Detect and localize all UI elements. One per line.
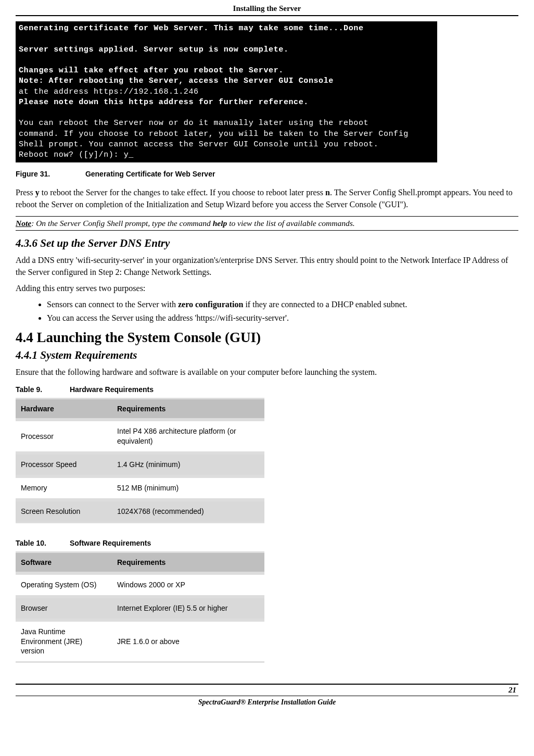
table-title: Software Requirements — [70, 539, 151, 547]
table-header: Requirements — [112, 398, 264, 420]
table-row: Memory 512 MB (minimum) — [16, 476, 264, 500]
terminal-line: Shell prompt. You cannot access the Serv… — [19, 140, 378, 149]
text-bold: help — [213, 219, 227, 228]
text: to view the list of available commands. — [227, 219, 354, 228]
heading-4-3-6: 4.3.6 Set up the Server DNS Entry — [16, 237, 518, 250]
table-label: Table 10. — [16, 539, 68, 547]
terminal-line: Note: After rebooting the Server, access… — [19, 77, 334, 85]
text: Sensors can connect to the Server with — [47, 300, 178, 309]
table-cell: 1.4 GHz (minimum) — [112, 453, 264, 476]
text-bold: y — [35, 188, 40, 197]
figure-caption: Figure 31. Generating Certificate for We… — [16, 170, 518, 178]
table-label: Table 9. — [16, 385, 68, 394]
terminal-line: Please note down this https address for … — [19, 98, 309, 107]
table-cell: JRE 1.6.0 or above — [112, 620, 264, 663]
terminal-line: at the address https://192.168.1.246 — [19, 87, 199, 96]
terminal-screenshot: Generating certificate for Web Server. T… — [16, 21, 437, 162]
terminal-line: Generating certificate for Web Server. T… — [19, 24, 364, 33]
text: Press — [16, 188, 35, 197]
table-row: Operating System (OS) Windows 2000 or XP — [16, 573, 264, 597]
terminal-line: Server settings applied. Server setup is… — [19, 45, 288, 54]
table-cell: Processor — [16, 420, 112, 453]
terminal-line: command. If you choose to reboot later, … — [19, 130, 409, 138]
heading-4-4: 4.4 Launching the System Console (GUI) — [16, 330, 518, 346]
table-header: Software — [16, 551, 112, 573]
note-block: Note: On the Server Config Shell prompt,… — [16, 216, 518, 231]
table-row: Screen Resolution 1024X768 (recommended) — [16, 500, 264, 523]
text: : On the Server Config Shell prompt, typ… — [31, 219, 213, 228]
page-number: 21 — [16, 685, 518, 696]
table-cell: Internet Explorer (IE) 5.5 or higher — [112, 597, 264, 620]
table-cell: Memory — [16, 476, 112, 500]
terminal-line: You can reboot the Server now or do it m… — [19, 119, 368, 128]
table-cell: Intel P4 X86 architecture platform (or e… — [112, 420, 264, 453]
table-cell: 512 MB (minimum) — [112, 476, 264, 500]
table-cell: Windows 2000 or XP — [112, 573, 264, 597]
table-header-row: Hardware Requirements — [16, 398, 264, 420]
table-caption: Table 10. Software Requirements — [16, 539, 518, 547]
table-caption: Table 9. Hardware Requirements — [16, 385, 518, 394]
table-row: Processor Speed 1.4 GHz (minimum) — [16, 453, 264, 476]
table-cell: Java Runtime Environment (JRE) version — [16, 620, 112, 663]
table-cell: Processor Speed — [16, 453, 112, 476]
terminal-line: Changes will take effect after you reboo… — [19, 66, 284, 75]
paragraph: Press y to reboot the Server for the cha… — [16, 186, 518, 210]
table-cell: Screen Resolution — [16, 500, 112, 523]
footer-title: SpectraGuard® Enterprise Installation Gu… — [16, 696, 518, 709]
table-row: Processor Intel P4 X86 architecture plat… — [16, 420, 264, 453]
figure-label: Figure 31. — [16, 170, 83, 178]
text: You can access the Server using the addr… — [47, 313, 289, 322]
table-header: Requirements — [112, 551, 264, 573]
table-title: Hardware Requirements — [70, 385, 154, 394]
table-row: Browser Internet Explorer (IE) 5.5 or hi… — [16, 597, 264, 620]
table-cell: 1024X768 (recommended) — [112, 500, 264, 523]
figure-title: Generating Certificate for Web Server — [85, 170, 215, 178]
table-row: Java Runtime Environment (JRE) version J… — [16, 620, 264, 663]
paragraph: Add a DNS entry 'wifi-security-server' i… — [16, 254, 518, 278]
note-label: Note — [16, 219, 31, 228]
page-header: Installing the Server — [16, 0, 518, 16]
paragraph: Adding this entry serves two purposes: — [16, 282, 518, 294]
table-header: Hardware — [16, 398, 112, 420]
page-footer: 21 SpectraGuard® Enterprise Installation… — [16, 684, 518, 709]
terminal-line: Reboot now? ([y]/n): y_ — [19, 150, 134, 159]
software-requirements-table: Software Requirements Operating System (… — [16, 551, 264, 663]
paragraph: Ensure that the following hardware and s… — [16, 366, 518, 378]
table-cell: Browser — [16, 597, 112, 620]
list-item: Sensors can connect to the Server with z… — [47, 298, 518, 311]
text-bold: n — [325, 188, 330, 197]
page-header-title: Installing the Server — [233, 4, 301, 12]
list-item: You can access the Server using the addr… — [47, 312, 518, 324]
note-text: Note: On the Server Config Shell prompt,… — [16, 219, 518, 228]
heading-4-4-1: 4.4.1 System Requirements — [16, 349, 518, 362]
text-bold: zero configuration — [178, 300, 243, 309]
table-cell: Operating System (OS) — [16, 573, 112, 597]
hardware-requirements-table: Hardware Requirements Processor Intel P4… — [16, 398, 264, 523]
bullet-list: Sensors can connect to the Server with z… — [47, 298, 518, 324]
text: if they are connected to a DHCP enabled … — [243, 300, 407, 309]
table-header-row: Software Requirements — [16, 551, 264, 573]
text: to reboot the Server for the changes to … — [40, 188, 325, 197]
